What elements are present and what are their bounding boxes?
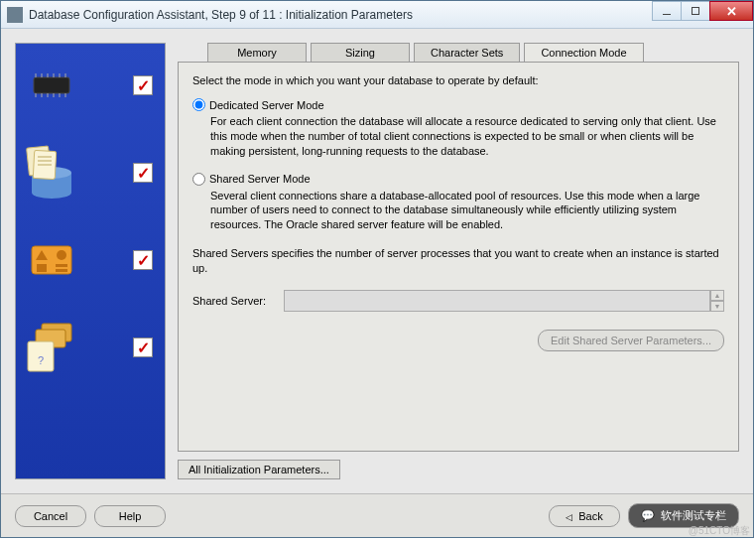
folders-question-icon: ? — [24, 320, 79, 375]
tab-bar: Memory Sizing Character Sets Connection … — [178, 43, 739, 63]
sidebar-step-1 — [24, 56, 157, 115]
window-body: ? Memory Sizing Character Sets Connectio… — [1, 29, 753, 493]
maximize-button[interactable] — [681, 1, 710, 21]
app-icon — [7, 7, 23, 23]
svg-point-23 — [57, 250, 66, 260]
sidebar-step-4: ? — [24, 318, 157, 377]
check-icon — [133, 75, 153, 95]
svg-rect-0 — [34, 77, 69, 93]
shared-description: Several client connections share a datab… — [210, 189, 724, 233]
dedicated-description: For each client connection the database … — [210, 114, 724, 159]
shared-servers-note: Shared Servers specifies the number of s… — [192, 246, 724, 276]
watermark-text: @51CTO博客 — [689, 524, 750, 538]
spinner-up-button[interactable]: ▲ — [710, 290, 724, 301]
back-button[interactable]: Back — [549, 505, 620, 527]
next-button-label: 软件测试专栏 — [661, 508, 726, 523]
check-icon — [133, 250, 153, 270]
database-docs-icon — [24, 145, 79, 201]
wizard-sidebar: ? — [15, 43, 166, 479]
edit-shared-params-button[interactable]: Edit Shared Server Parameters... — [538, 330, 724, 351]
shared-radio[interactable] — [192, 173, 205, 186]
svg-text:?: ? — [38, 354, 44, 366]
window-title: Database Configuration Assistant, Step 9… — [29, 8, 653, 22]
tab-character-sets[interactable]: Character Sets — [414, 43, 520, 63]
shared-server-row: Shared Server: ▲ ▼ — [192, 290, 724, 312]
tab-sizing[interactable]: Sizing — [311, 43, 410, 63]
svg-rect-26 — [56, 269, 67, 272]
sidebar-step-2 — [24, 143, 157, 202]
chip-icon — [24, 58, 79, 113]
help-button[interactable]: Help — [94, 505, 166, 527]
dedicated-label: Dedicated Server Mode — [209, 99, 324, 111]
svg-rect-25 — [56, 264, 67, 267]
dedicated-radio[interactable] — [192, 98, 205, 111]
dedicated-mode-group: Dedicated Server Mode For each client co… — [192, 98, 724, 159]
shapes-icon — [24, 232, 79, 288]
spinner-down-button[interactable]: ▼ — [710, 301, 724, 312]
check-icon — [133, 338, 153, 357]
cancel-button[interactable]: Cancel — [15, 505, 86, 527]
intro-text: Select the mode in which you want your d… — [192, 74, 724, 86]
tab-memory[interactable]: Memory — [207, 43, 307, 63]
minimize-button[interactable] — [652, 1, 682, 21]
shared-server-input[interactable] — [284, 290, 710, 312]
shared-label: Shared Server Mode — [209, 173, 311, 185]
titlebar: Database Configuration Assistant, Step 9… — [1, 1, 753, 29]
tab-connection-mode[interactable]: Connection Mode — [524, 43, 643, 63]
check-icon — [133, 163, 153, 183]
wizard-footer: Cancel Help Back 💬 软件测试专栏 — [1, 493, 753, 537]
all-init-params-button[interactable]: All Initialization Parameters... — [178, 460, 340, 479]
main-content: Memory Sizing Character Sets Connection … — [178, 43, 739, 479]
svg-rect-24 — [37, 264, 47, 272]
window-controls: ✕ — [653, 1, 753, 28]
shared-server-spinner: ▲ ▼ — [284, 290, 724, 312]
wechat-icon: 💬 — [641, 509, 655, 522]
app-window: Database Configuration Assistant, Step 9… — [0, 0, 754, 538]
shared-mode-group: Shared Server Mode Several client connec… — [192, 173, 724, 233]
shared-server-label: Shared Server: — [192, 295, 274, 307]
tab-panel: Select the mode in which you want your d… — [178, 62, 739, 452]
close-button[interactable]: ✕ — [709, 1, 753, 21]
sidebar-step-3 — [24, 230, 157, 290]
